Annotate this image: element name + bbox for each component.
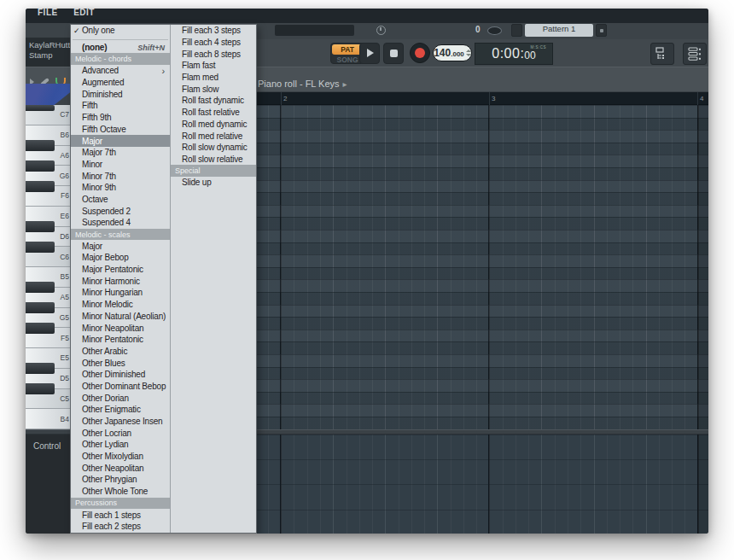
menu-item-augmented[interactable]: Augmented — [71, 77, 170, 89]
piano-key-label: F6 — [61, 191, 69, 200]
menu-item-major-pentatonic[interactable]: Major Pentatonic — [71, 264, 170, 276]
pattern-prev-button[interactable] — [511, 24, 522, 37]
piano-key-label: C6 — [60, 253, 69, 261]
piano-key-black[interactable] — [26, 323, 55, 334]
menu-item-minor-hungarian[interactable]: Minor Hungarian — [71, 287, 170, 299]
menu-item-slide-up[interactable]: Slide up — [171, 177, 256, 189]
piano-key-black[interactable] — [26, 140, 55, 151]
menu-item-minor[interactable]: Minor — [71, 159, 170, 171]
menu-item-roll-fast-relative[interactable]: Roll fast relative — [171, 107, 256, 119]
tempo-spinner[interactable] — [466, 50, 471, 56]
menu-item-fifth-octave[interactable]: Fifth Octave — [71, 124, 170, 136]
menu-item-roll-slow-relative[interactable]: Roll slow relative — [171, 154, 256, 166]
menu-item-diminished[interactable]: Diminished — [71, 88, 170, 100]
page-background: { "menubar": {"items": ["FILE", "EDIT"]}… — [0, 0, 734, 560]
menu-item-label: Other Mixolydian — [82, 452, 143, 461]
menu-item-flam-fast[interactable]: Flam fast — [171, 60, 256, 72]
menu-item-roll-fast-dynamic[interactable]: Roll fast dynamic — [171, 95, 256, 107]
record-button[interactable] — [410, 43, 430, 63]
title-arrow-icon[interactable]: ▸ — [343, 79, 347, 89]
menu-item-minor-harmonic[interactable]: Minor Harmonic — [71, 275, 170, 287]
menu-item-minor-melodic[interactable]: Minor Melodic — [71, 299, 170, 311]
piano-key-black[interactable] — [26, 221, 55, 232]
menu-item-other-locrian[interactable]: Other Locrian — [71, 427, 170, 439]
menu-item-other-mixolydian[interactable]: Other Mixolydian — [71, 451, 170, 463]
stop-button[interactable] — [383, 43, 404, 64]
piano-key-black[interactable] — [26, 160, 55, 172]
menu-item-label: Roll fast relative — [182, 108, 240, 117]
menu-item-other-arabic[interactable]: Other Arabic — [71, 346, 170, 358]
menu-item-fill-each-2-steps[interactable]: Fill each 2 steps — [71, 521, 170, 533]
menu-item-label: Fill each 2 steps — [82, 522, 141, 531]
menu-item-label: Other Neapolitan — [82, 464, 143, 473]
menu-item-major-bebop[interactable]: Major Bebop — [71, 252, 170, 264]
menu-item-other-dominant-bebop[interactable]: Other Dominant Bebop — [71, 381, 170, 393]
menu-item-label: Minor Natural (Aeolian) — [82, 312, 166, 321]
menu-item-other-diminished[interactable]: Other Diminished — [71, 369, 170, 381]
menu-item-other-dorian[interactable]: Other Dorian — [71, 392, 170, 404]
menu-item-label: Minor Melodic — [82, 300, 133, 309]
menu-item-fill-each-1-steps[interactable]: Fill each 1 steps — [71, 509, 170, 521]
menu-item-suspended-4[interactable]: Suspended 4 — [71, 217, 170, 229]
pat-mode-button[interactable]: PAT — [332, 44, 363, 55]
play-button[interactable] — [359, 43, 380, 64]
piano-key-black[interactable] — [26, 282, 55, 293]
menu-item-flam-slow[interactable]: Flam slow — [171, 83, 256, 95]
menu-item-minor-natural-aeolian[interactable]: Minor Natural (Aeolian) — [71, 311, 170, 323]
menu-item-label: Other Enigmatic — [82, 405, 141, 414]
menu-item-label: Augmented — [82, 78, 124, 87]
menu-item-minor-neapolitan[interactable]: Minor Neapolitan — [71, 322, 170, 334]
piano-key-black[interactable] — [26, 302, 55, 313]
menu-item-major[interactable]: Major — [71, 240, 170, 252]
menu-item-advanced[interactable]: Advanced› — [71, 65, 170, 77]
menu-item-other-blues[interactable]: Other Blues — [71, 357, 170, 369]
menu-item-fill-each-8-steps[interactable]: Fill each 8 steps — [171, 48, 256, 60]
track-stack-button[interactable] — [683, 43, 707, 65]
menu-item-roll-slow-dynamic[interactable]: Roll slow dynamic — [171, 142, 256, 154]
piano-key-black[interactable] — [26, 383, 55, 394]
menu-item-octave[interactable]: Octave — [71, 194, 170, 206]
piano-key-black[interactable] — [26, 363, 55, 374]
tempo-display[interactable]: 140.000 — [433, 44, 472, 61]
menu-item-minor-9th[interactable]: Minor 9th — [71, 182, 170, 194]
pattern-next-button[interactable] — [596, 24, 607, 37]
stamp-menu-column-1: ✓Only one(none)Shift+NMelodic - chordsAd… — [71, 25, 170, 533]
menu-item-fill-each-3-steps[interactable]: Fill each 3 steps — [171, 25, 256, 37]
menu-edit[interactable]: EDIT — [73, 9, 95, 17]
menu-item-other-japanese-insen[interactable]: Other Japanese Insen — [71, 416, 170, 428]
menu-item-major[interactable]: Major — [71, 135, 170, 147]
menu-section-percussions: Percussions — [71, 498, 170, 510]
browser-tree-button[interactable] — [650, 43, 674, 65]
menu-item-other-lydian[interactable]: Other Lydian — [71, 439, 170, 451]
menu-file[interactable]: FILE — [38, 9, 58, 17]
display-inset — [275, 25, 354, 36]
pattern-selector[interactable]: Pattern 1 — [525, 24, 593, 37]
menu-item-roll-med-relative[interactable]: Roll med relative — [171, 130, 256, 142]
piano-key-black[interactable] — [26, 105, 55, 111]
clock-icon[interactable] — [376, 26, 386, 35]
menu-item-roll-med-dynamic[interactable]: Roll med dynamic — [171, 119, 256, 131]
piano-key-black[interactable] — [26, 242, 55, 253]
menu-item-flam-med[interactable]: Flam med — [171, 72, 256, 84]
menu-item-other-whole-tone[interactable]: Other Whole Tone — [71, 486, 170, 498]
control-lane-label: Control — [33, 441, 61, 451]
menu-item-fifth-9th[interactable]: Fifth 9th — [71, 112, 170, 124]
menu-item-other-enigmatic[interactable]: Other Enigmatic — [71, 404, 170, 416]
menu-item-minor-pentatonic[interactable]: Minor Pentatonic — [71, 334, 170, 346]
menu-item-only-one[interactable]: ✓Only one — [71, 25, 170, 37]
control-lane-label-panel[interactable]: Control — [26, 435, 72, 534]
oval-indicator-icon[interactable] — [487, 26, 502, 35]
piano-key-black[interactable] — [26, 181, 55, 192]
menu-item-none[interactable]: (none)Shift+N — [71, 42, 170, 54]
piano-roll-corner-panel[interactable] — [26, 84, 72, 105]
piano-key-b4[interactable]: B4 — [26, 409, 72, 429]
menu-item-fill-each-4-steps[interactable]: Fill each 4 steps — [171, 37, 256, 49]
piano-key-label: D6 — [60, 232, 69, 241]
menu-item-major-7th[interactable]: Major 7th — [71, 147, 170, 159]
menu-item-fifth[interactable]: Fifth — [71, 100, 170, 112]
menu-item-minor-7th[interactable]: Minor 7th — [71, 170, 170, 182]
menu-item-other-neapolitan[interactable]: Other Neapolitan — [71, 462, 170, 474]
menu-item-other-phrygian[interactable]: Other Phrygian — [71, 474, 170, 486]
menu-item-suspended-2[interactable]: Suspended 2 — [71, 205, 170, 217]
time-display[interactable]: M:S:CS 0:00:00 — [475, 43, 553, 65]
